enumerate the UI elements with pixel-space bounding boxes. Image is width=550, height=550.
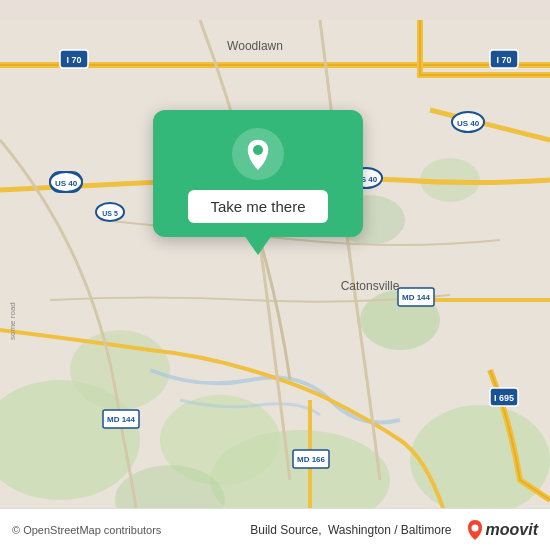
svg-point-38 [471,524,478,531]
bottom-bar: © OpenStreetMap contributors Build Sourc… [0,508,550,550]
svg-text:US 40: US 40 [55,179,78,188]
build-source-label: Build Source, Washington / Baltimore [250,523,451,537]
attribution-text: © OpenStreetMap contributors [12,524,161,536]
svg-point-2 [410,405,550,515]
svg-text:MD 144: MD 144 [107,415,136,424]
moovit-label: moovit [486,521,538,539]
svg-text:MD 144: MD 144 [402,293,431,302]
attribution: © OpenStreetMap contributors [12,524,161,536]
location-pin-icon [232,128,284,180]
map-background: I 70 I 70 US 40 US 40 US 40 MD 144 MD 14… [0,0,550,550]
svg-text:Woodlawn: Woodlawn [227,39,283,53]
svg-text:I 70: I 70 [66,55,81,65]
svg-text:I 70: I 70 [496,55,511,65]
svg-point-37 [253,145,263,155]
popup-card: Take me there [153,110,363,237]
svg-text:Catonsville: Catonsville [341,279,400,293]
map-container: I 70 I 70 US 40 US 40 US 40 MD 144 MD 14… [0,0,550,550]
svg-text:some road: some road [8,302,17,340]
svg-text:US 40: US 40 [457,119,480,128]
brand-area: Build Source, Washington / Baltimore moo… [250,519,538,541]
svg-text:US 5: US 5 [102,210,118,217]
svg-text:I 695: I 695 [494,393,514,403]
take-me-there-button[interactable]: Take me there [188,190,327,223]
moovit-logo: moovit [466,519,538,541]
svg-text:MD 166: MD 166 [297,455,326,464]
moovit-pin-icon [466,519,484,541]
